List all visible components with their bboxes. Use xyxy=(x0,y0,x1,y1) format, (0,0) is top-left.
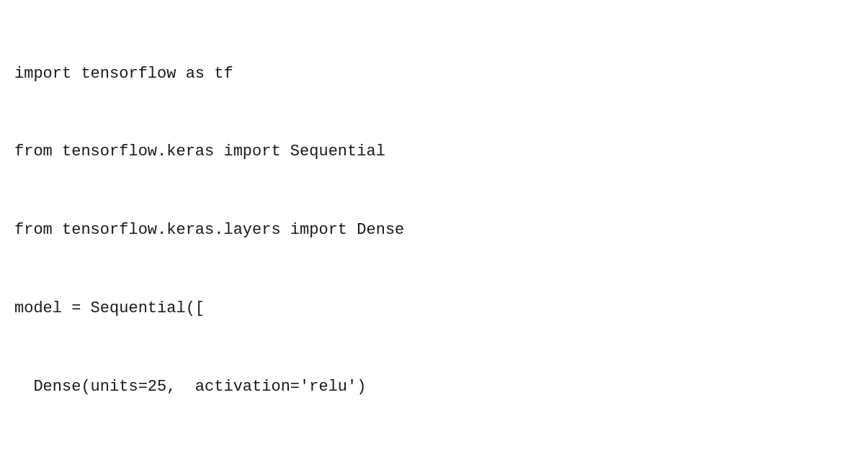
code-line-3: from tensorflow.keras.layers import Dens… xyxy=(14,217,854,243)
code-block: import tensorflow as tf from tensorflow.… xyxy=(14,9,854,449)
code-line-1: import tensorflow as tf xyxy=(14,61,854,87)
code-line-2: from tensorflow.keras import Sequential xyxy=(14,139,854,165)
code-line-4: model = Sequential([ xyxy=(14,296,854,322)
code-line-5: Dense(units=25, activation='relu') xyxy=(14,374,854,400)
